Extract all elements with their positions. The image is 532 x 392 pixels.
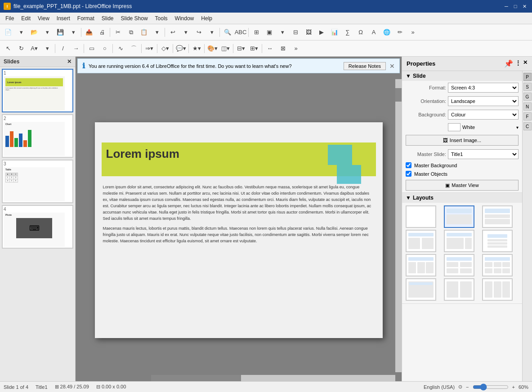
master-background-checkbox[interactable] bbox=[406, 162, 411, 168]
slide-thumb-1[interactable]: 1 Lorem ipsum Lorem ipsum dolor sit amet… bbox=[2, 69, 73, 112]
release-notes-button[interactable]: Release Notes bbox=[344, 62, 386, 70]
menu-help[interactable]: Help bbox=[197, 14, 216, 23]
spellcheck-button[interactable]: ABC bbox=[234, 27, 247, 38]
layout-blank[interactable] bbox=[406, 205, 436, 228]
layouts-section-header[interactable]: ▼ Layouts bbox=[402, 193, 522, 203]
layout-9[interactable] bbox=[482, 254, 513, 276]
layout-title-only[interactable] bbox=[482, 205, 513, 228]
menu-file[interactable]: File bbox=[2, 14, 18, 23]
grid-button[interactable]: ⊞ bbox=[250, 27, 263, 38]
background-select[interactable]: Colour bbox=[448, 110, 519, 120]
undo-arrow[interactable]: ▾ bbox=[179, 27, 192, 38]
callout-tool[interactable]: 💬▾ bbox=[174, 43, 187, 54]
table-button[interactable]: ⊟ bbox=[289, 27, 302, 38]
maximize-button[interactable]: □ bbox=[511, 2, 519, 10]
horizontal-scrollbar[interactable] bbox=[151, 375, 395, 381]
rotate-button[interactable]: ↻ bbox=[15, 43, 27, 54]
properties-more-icon[interactable]: ⋮ bbox=[515, 59, 521, 68]
slide-section-header[interactable]: ▼ Slide bbox=[402, 71, 522, 81]
menu-window[interactable]: Window bbox=[171, 14, 198, 23]
menu-tools[interactable]: Tools bbox=[152, 14, 171, 23]
paste-button[interactable]: 📋 bbox=[138, 27, 150, 38]
layout-7[interactable] bbox=[406, 254, 436, 276]
connector-tool[interactable]: ⌒ bbox=[127, 43, 140, 54]
menu-edit[interactable]: Edit bbox=[18, 14, 34, 23]
props-tab-color[interactable]: C bbox=[523, 122, 532, 130]
slide-canvas[interactable]: Lorem ipsum Lorem ipsum dolor sit amet, … bbox=[95, 122, 383, 338]
curve-tool[interactable]: ∿ bbox=[114, 43, 127, 54]
star-tool[interactable]: ★▾ bbox=[190, 43, 203, 54]
layout-centered[interactable] bbox=[482, 230, 513, 252]
zoom-slider[interactable] bbox=[473, 385, 509, 389]
menu-slideshow[interactable]: Slide Show bbox=[117, 14, 152, 23]
fill-color-btn[interactable]: 🎨▾ bbox=[206, 43, 219, 54]
save-arrow[interactable]: ▾ bbox=[67, 27, 80, 38]
more-draw-btn[interactable]: » bbox=[290, 43, 302, 54]
line-style-btn[interactable]: ▾ bbox=[41, 43, 54, 54]
ellipse-tool[interactable]: ○ bbox=[98, 43, 111, 54]
slide-thumb-4[interactable]: 4 Photo ⌨ bbox=[2, 205, 73, 249]
props-tab-functions[interactable]: F bbox=[523, 112, 532, 120]
close-window-button[interactable]: ✕ bbox=[520, 2, 528, 10]
media-button[interactable]: ▶ bbox=[315, 27, 328, 38]
properties-pin-icon[interactable]: 📌 bbox=[504, 59, 513, 68]
color-swatch[interactable] bbox=[448, 123, 460, 131]
formula-button[interactable]: ∑ bbox=[341, 27, 354, 38]
find-button[interactable]: 🔍 bbox=[221, 27, 234, 38]
props-tab-gallery[interactable]: G bbox=[523, 93, 532, 101]
menu-insert[interactable]: Insert bbox=[53, 14, 74, 23]
fontwork-button[interactable]: A bbox=[367, 27, 380, 38]
layout-two-content[interactable] bbox=[406, 230, 436, 252]
new-button[interactable]: 📄 bbox=[2, 27, 14, 38]
group-tool[interactable]: ⊠ bbox=[277, 43, 289, 54]
vertical-scrollbar[interactable] bbox=[395, 79, 402, 372]
block-arrow-tool[interactable]: ⇒▾ bbox=[143, 43, 156, 54]
transform-tool[interactable]: ↔ bbox=[264, 43, 276, 54]
print-button[interactable]: 🖨 bbox=[96, 27, 108, 38]
line-tool[interactable]: / bbox=[57, 43, 69, 54]
copy-button[interactable]: ⧉ bbox=[125, 27, 137, 38]
image-button[interactable]: 🖼 bbox=[302, 27, 315, 38]
arrow-tool[interactable]: → bbox=[70, 43, 82, 54]
redo-button[interactable]: ↪ bbox=[192, 27, 205, 38]
layout-12[interactable] bbox=[482, 278, 513, 301]
menu-format[interactable]: Format bbox=[74, 14, 98, 23]
open-button[interactable]: 📂 bbox=[28, 27, 40, 38]
paste-arrow[interactable]: ▾ bbox=[151, 27, 163, 38]
props-tab-navigator[interactable]: N bbox=[523, 102, 532, 111]
export-pdf[interactable]: 📤 bbox=[83, 27, 95, 38]
slide-thumb-3[interactable]: 3 Table A B C 1 2 3 bbox=[2, 160, 73, 203]
undo-button[interactable]: ↩ bbox=[166, 27, 179, 38]
special-char-button[interactable]: Ω bbox=[354, 27, 367, 38]
shadow-tool[interactable]: ◫▾ bbox=[219, 43, 232, 54]
new-arrow[interactable]: ▾ bbox=[15, 27, 27, 38]
save-button[interactable]: 💾 bbox=[54, 27, 67, 38]
props-tab-styles[interactable]: S bbox=[523, 83, 532, 91]
minimize-button[interactable]: ─ bbox=[502, 2, 510, 10]
master-slide-select[interactable]: Title1 bbox=[448, 149, 519, 159]
zoom-in-icon[interactable]: + bbox=[512, 384, 515, 390]
redo-arrow[interactable]: ▾ bbox=[206, 27, 218, 38]
master-objects-checkbox[interactable] bbox=[406, 171, 411, 177]
insert-image-button[interactable]: 🖼 Insert Image... bbox=[406, 135, 519, 146]
layout-title-content[interactable] bbox=[444, 205, 474, 228]
layout-content-caption[interactable] bbox=[444, 230, 474, 252]
hyperlink-button[interactable]: 🌐 bbox=[380, 27, 393, 38]
format-select[interactable]: Screen 4:3 bbox=[448, 83, 519, 93]
layout-11[interactable] bbox=[444, 278, 474, 301]
select-button[interactable]: ↖ bbox=[2, 43, 14, 54]
color-dropdown-arrow[interactable]: ▾ bbox=[516, 125, 519, 130]
slide-thumb-2[interactable]: 2 Chart bbox=[2, 114, 73, 158]
notification-close[interactable]: ✕ bbox=[389, 62, 395, 70]
arrange-tool[interactable]: ⊞▾ bbox=[248, 43, 260, 54]
align-tool[interactable]: ⊟▾ bbox=[235, 43, 247, 54]
cut-button[interactable]: ✂ bbox=[112, 27, 124, 38]
properties-close-icon[interactable]: ✕ bbox=[523, 59, 528, 68]
open-arrow[interactable]: ▾ bbox=[41, 27, 54, 38]
menu-view[interactable]: View bbox=[34, 14, 53, 23]
draw-toolbar[interactable]: ✏ bbox=[393, 27, 406, 38]
slides-panel-close[interactable]: ✕ bbox=[67, 58, 72, 65]
orientation-select[interactable]: Landscape bbox=[448, 96, 519, 106]
flowchart-tool[interactable]: ◇▾ bbox=[159, 43, 171, 54]
layout-8[interactable] bbox=[444, 254, 474, 276]
